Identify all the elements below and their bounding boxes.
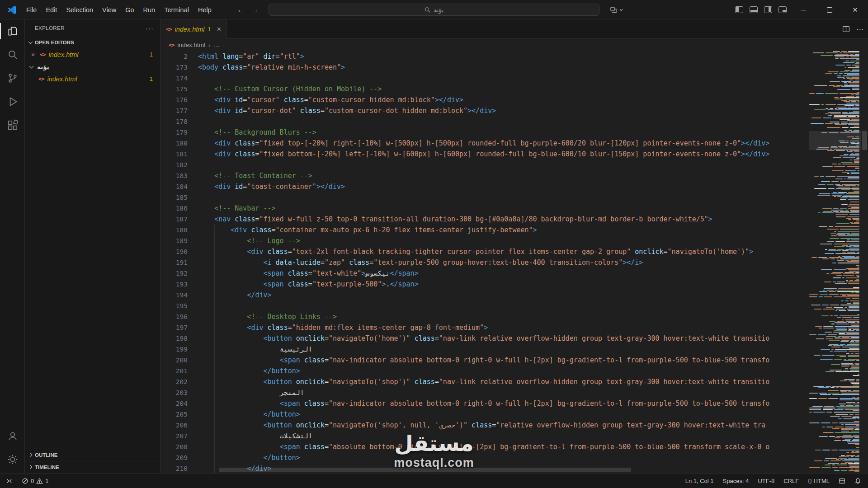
code-line[interactable]: 192 <span class="text-white">نيكسوس</spa… — [160, 268, 809, 279]
code-line[interactable]: 174 — [160, 73, 809, 84]
menu-edit[interactable]: Edit — [41, 4, 61, 16]
notifications-button[interactable] — [853, 474, 863, 488]
horizontal-scrollbar[interactable] — [219, 468, 631, 472]
minimize-button[interactable]: ─ — [791, 0, 816, 19]
close-button[interactable]: ✕ — [842, 0, 868, 19]
maximize-button[interactable] — [816, 0, 842, 19]
code-line[interactable]: 199 الرئيسية — [160, 344, 809, 355]
code-line[interactable]: 175 <!-- Custom Cursor (Hidden on Mobile… — [160, 84, 809, 94]
menu-file[interactable]: File — [22, 4, 41, 16]
minimap-line — [809, 82, 859, 83]
customize-layout-icon[interactable] — [778, 6, 787, 13]
cursor-position[interactable]: Ln 1, Col 1 — [684, 474, 715, 488]
code-line[interactable]: 201 </button> — [160, 366, 809, 376]
minimap[interactable] — [809, 51, 861, 473]
indentation[interactable]: Spaces: 4 — [722, 474, 750, 488]
editor-layout-button[interactable] — [837, 474, 847, 488]
outline-section[interactable]: OUTLINE — [25, 449, 160, 461]
code-line[interactable]: 188 <div class="container mx-auto px-6 h… — [160, 225, 809, 235]
code-line[interactable]: 179 <!-- Background Blurs --> — [160, 127, 809, 138]
code-token — [198, 454, 264, 462]
code-line[interactable]: 180 <div class="fixed top-[-20%] right-[… — [160, 138, 809, 149]
code-line[interactable]: 177 <div id="cursor-dot" class="custom-c… — [160, 105, 809, 116]
code-editor[interactable]: 2<html lang="ar" dir="rtl">173<body clas… — [160, 51, 809, 473]
problems-indicator[interactable]: 0 1 — [20, 474, 50, 488]
menu-go[interactable]: Go — [121, 4, 138, 16]
code-line[interactable]: 178 — [160, 116, 809, 127]
encoding[interactable]: UTF-8 — [756, 474, 776, 488]
activity-extensions[interactable] — [0, 113, 25, 137]
minimap-segment — [839, 450, 859, 450]
split-editor-icon[interactable] — [842, 25, 850, 33]
settings-button[interactable] — [0, 448, 25, 471]
timeline-section[interactable]: TIMELINE — [25, 461, 160, 473]
code-line[interactable]: 208 <span class="absolute bottom-0 right… — [160, 441, 809, 452]
tab-index-html[interactable]: <> index.html 1 × — [160, 19, 227, 39]
layout-switcher[interactable] — [607, 4, 627, 16]
toggle-secondary-sidebar-icon[interactable] — [764, 6, 772, 13]
activity-explorer[interactable] — [0, 19, 25, 43]
tree-file-row[interactable]: <> index.html 1 — [25, 73, 160, 85]
menu-terminal[interactable]: Terminal — [160, 4, 193, 16]
code-line[interactable]: 207 التشكيلات — [160, 431, 809, 441]
eol-sequence[interactable]: CRLF — [782, 474, 800, 488]
breadcrumb-file[interactable]: index.html — [177, 42, 205, 48]
scrollbar-thumb[interactable] — [862, 131, 867, 150]
code-line[interactable]: 200 <span class="nav-indicator absolute … — [160, 355, 809, 366]
code-line[interactable]: 2<html lang="ar" dir="rtl"> — [160, 51, 809, 62]
activity-run-debug[interactable] — [0, 90, 25, 113]
tab-close-icon[interactable]: × — [217, 25, 221, 33]
open-editors-section[interactable]: OPEN EDITORS — [25, 37, 160, 48]
activity-search[interactable] — [0, 43, 25, 66]
editor-more-actions[interactable]: ⋯ — [856, 25, 863, 33]
menu-view[interactable]: View — [98, 4, 121, 16]
code-line[interactable]: 183 <!-- Toast Container --> — [160, 170, 809, 181]
toggle-panel-icon[interactable] — [750, 6, 758, 13]
close-icon[interactable]: × — [29, 51, 37, 58]
code-line[interactable]: 202 <button onclick="navigateTo('shop')"… — [160, 376, 809, 387]
activity-source-control[interactable] — [0, 66, 25, 90]
workspace-folder-row[interactable]: يؤنة — [25, 61, 160, 73]
code-line[interactable]: 173<body class="relative min-h-screen"> — [160, 62, 809, 73]
code-line[interactable]: 203 المتجر — [160, 387, 809, 398]
code-line[interactable]: 197 <div class="hidden md:flex items-cen… — [160, 322, 809, 333]
minimap-segment — [809, 398, 817, 399]
code-line[interactable]: 206 <button onclick="navigateTo('shop', … — [160, 420, 809, 431]
code-line[interactable]: 191 <i data-lucide="zap" class="text-pur… — [160, 257, 809, 268]
breadcrumb-more[interactable]: … — [214, 42, 220, 48]
breadcrumb[interactable]: <> index.html › … — [160, 39, 809, 51]
remote-indicator[interactable] — [5, 474, 14, 488]
menu-run[interactable]: Run — [139, 4, 160, 16]
code-line[interactable]: 209 </button> — [160, 452, 809, 463]
back-arrow-icon[interactable]: ← — [237, 5, 245, 14]
code-line[interactable]: 182 — [160, 160, 809, 170]
forward-arrow-icon[interactable]: → — [251, 5, 259, 14]
code-line[interactable]: 189 <!-- Logo --> — [160, 235, 809, 246]
minimap-line — [809, 74, 859, 75]
account-button[interactable] — [0, 424, 25, 448]
toggle-primary-sidebar-icon[interactable] — [735, 6, 743, 13]
code-line[interactable]: 187 <nav class="fixed w-full z-50 top-0 … — [160, 214, 809, 225]
code-line[interactable]: 194 </div> — [160, 290, 809, 300]
code-line[interactable]: 204 <span class="nav-indicator absolute … — [160, 398, 809, 409]
code-line[interactable]: 190 <div class="text-2xl font-black trac… — [160, 246, 809, 257]
open-editor-item[interactable]: × <> index.html 1 — [25, 48, 160, 61]
code-line[interactable]: 193 <span class="text-purple-500">.</spa… — [160, 279, 809, 290]
menu-selection[interactable]: Selection — [61, 4, 98, 16]
code-line[interactable]: 186 <!-- Navbar --> — [160, 203, 809, 214]
code-line[interactable]: 181 <div class="fixed bottom-[-20%] left… — [160, 149, 809, 160]
code-line[interactable]: 185 — [160, 192, 809, 203]
minimap-segment — [814, 176, 819, 177]
vertical-scrollbar[interactable] — [861, 51, 868, 473]
menu-help[interactable]: Help — [193, 4, 216, 16]
search-box[interactable]: يؤنة — [269, 4, 599, 16]
code-line[interactable]: 196 <!-- Desktop Links --> — [160, 311, 809, 322]
minimap-slider[interactable] — [809, 131, 861, 150]
code-line[interactable]: 184 <div id="toast-container"></div> — [160, 181, 809, 192]
code-line[interactable]: 176 <div id="cursor" class="custom-curso… — [160, 94, 809, 105]
code-line[interactable]: 198 <button onclick="navigateTo('home')"… — [160, 333, 809, 344]
explorer-more-actions[interactable]: ··· — [146, 24, 154, 32]
code-line[interactable]: 195 — [160, 300, 809, 311]
code-line[interactable]: 205 </button> — [160, 409, 809, 420]
language-mode[interactable]: { } HTML — [807, 474, 831, 488]
